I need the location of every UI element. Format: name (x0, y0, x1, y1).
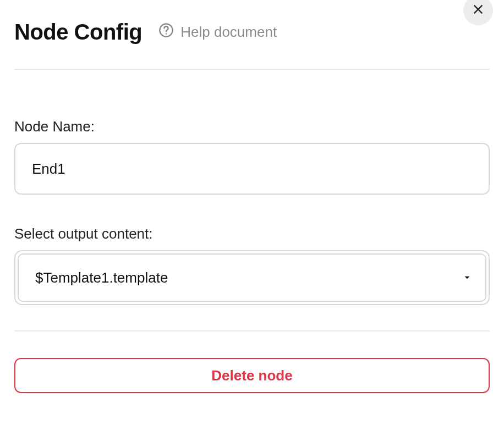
panel-header: Node Config Help document (0, 0, 504, 45)
select-output-dropdown[interactable]: $Template1.template (18, 253, 486, 302)
delete-node-label: Delete node (211, 367, 292, 384)
panel-title: Node Config (14, 20, 142, 45)
divider (14, 330, 490, 332)
select-output-group: Select output content: $Template1.templa… (0, 225, 504, 305)
help-document-label: Help document (180, 24, 277, 41)
select-output-label: Select output content: (14, 225, 490, 242)
select-output-value: $Template1.template (35, 269, 168, 286)
help-document-link[interactable]: Help document (158, 23, 277, 42)
delete-node-button[interactable]: Delete node (14, 358, 490, 393)
node-name-group: Node Name: (0, 118, 504, 195)
help-icon (158, 23, 174, 42)
node-name-label: Node Name: (14, 118, 490, 135)
close-icon (472, 3, 484, 18)
divider (14, 69, 490, 70)
node-name-input[interactable] (14, 143, 490, 195)
node-config-panel: Node Config Help document Node Name: Sel… (0, 0, 504, 442)
chevron-down-icon (462, 269, 472, 286)
svg-point-3 (166, 33, 167, 34)
select-output-wrapper: $Template1.template (14, 250, 490, 305)
